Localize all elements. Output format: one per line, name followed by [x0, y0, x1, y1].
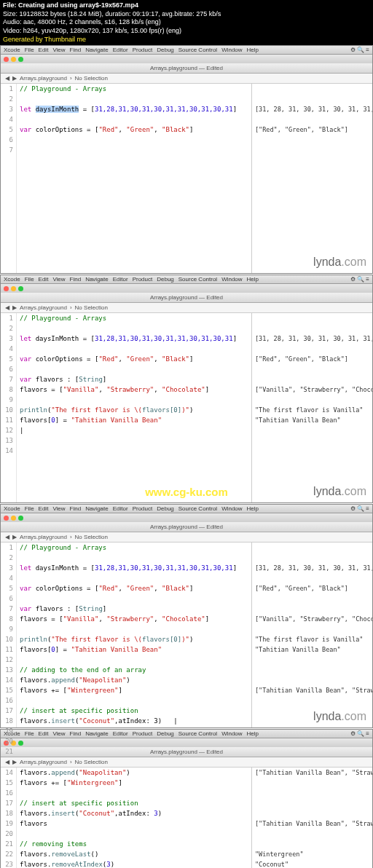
code-editor[interactable]: flavors.append("Neapolitan") flavors += …	[17, 768, 251, 868]
line-gutter: 1234567891011121314	[1, 313, 17, 502]
results-sidebar: [31, 28, 31, 30, 31, 30, 31, 31, 30… ["R…	[251, 84, 372, 273]
minimize-icon[interactable]	[11, 57, 16, 62]
nav-back-icon[interactable]: ◀	[5, 75, 9, 82]
file-line: File: Creating and using array$-19x567.m…	[3, 1, 370, 10]
breadcrumb[interactable]: ◀ ▶ Arrays.playground › No Selection	[1, 74, 372, 84]
xcode-menu-bar: Xcode File Edit View Find Navigate Edito…	[1, 46, 372, 55]
menu-edit[interactable]: Edit	[39, 47, 49, 53]
results-sidebar: [31, 28, 31, 30, 31, 30, 31, 31, 30… ["R…	[251, 313, 372, 502]
window-chrome	[1, 55, 372, 63]
menu-product[interactable]: Product	[133, 47, 153, 53]
line-gutter: 1234567	[1, 84, 17, 273]
audio-line: Audio: aac, 48000 Hz, 2 channels, s16, 1…	[3, 18, 370, 27]
line-gutter: 123456789101112131415161718192021	[1, 542, 17, 727]
zoom-icon[interactable]	[18, 741, 23, 746]
xcode-menu-bar: XcodeFileEditViewFindNavigateEditorProdu…	[1, 275, 372, 284]
zoom-icon[interactable]	[18, 286, 23, 291]
close-icon[interactable]	[4, 286, 9, 291]
overlay-url: www.cg-ku.com	[145, 486, 228, 498]
menu-help[interactable]: Help	[247, 47, 259, 53]
nav-fwd-icon[interactable]: ▶	[12, 75, 17, 82]
menu-window[interactable]: Window	[221, 47, 242, 53]
breadcrumb[interactable]: ◀▶Arrays.playground›No Selection	[1, 303, 372, 313]
menu-view[interactable]: View	[52, 47, 65, 53]
generated-line: Generated by Thumbnail me	[3, 36, 370, 44]
zoom-icon[interactable]	[18, 516, 23, 521]
menu-xcode[interactable]: Xcode	[4, 47, 20, 53]
video-line: Video: h264, yuv420p, 1280x720, 137 kb/s…	[3, 27, 370, 36]
size-line: Size: 19128832 bytes (18.24 MiB), durati…	[3, 10, 370, 19]
menu-source-control[interactable]: Source Control	[178, 47, 217, 53]
menu-find[interactable]: Find	[70, 47, 82, 53]
window-title: Arrays.playground — Edited	[1, 63, 372, 74]
menu-right-icons: ⚙ 🔍 ≡	[350, 47, 369, 53]
breadcrumb-file[interactable]: Arrays.playground	[20, 75, 67, 82]
code-editor[interactable]: // Playground - Arrays let daysInMonth =…	[17, 84, 251, 273]
thumbnail-pane-3: XcodeFileEditViewFindNavigateEditorProdu…	[0, 504, 373, 728]
code-editor[interactable]: // Playground - Arrays let daysInMonth =…	[17, 542, 251, 727]
results-sidebar: [31, 28, 31, 30, 31, 30, 31, 31, 30… ["R…	[251, 542, 372, 727]
menu-file[interactable]: File	[25, 47, 34, 53]
file-info-header: File: Creating and using array$-19x567.m…	[0, 0, 373, 45]
lynda-watermark: lynda.com	[313, 710, 366, 723]
breadcrumb-selection: No Selection	[75, 75, 108, 82]
lynda-watermark: lynda.com	[313, 485, 366, 498]
menu-navigate[interactable]: Navigate	[85, 47, 109, 53]
close-icon[interactable]	[4, 57, 9, 62]
close-icon[interactable]	[4, 516, 9, 521]
line-gutter: 1415161718192021222324252627282930313233…	[1, 768, 17, 868]
thumbnail-pane-2: XcodeFileEditViewFindNavigateEditorProdu…	[0, 275, 373, 503]
lynda-watermark: lynda.com	[313, 256, 366, 269]
thumbnail-pane-1: Xcode File Edit View Find Navigate Edito…	[0, 45, 373, 274]
minimize-icon[interactable]	[11, 286, 16, 291]
code-editor[interactable]: // Playground - Arrays let daysInMonth =…	[17, 313, 251, 502]
menu-debug[interactable]: Debug	[157, 47, 174, 53]
thumbnail-pane-4: XcodeFileEditViewFindNavigateEditorProdu…	[0, 729, 373, 868]
results-sidebar: ["Tahitian Vanilla Bean", "Strawberr… ["…	[251, 768, 372, 868]
menu-editor[interactable]: Editor	[113, 47, 128, 53]
minimize-icon[interactable]	[11, 516, 16, 521]
zoom-icon[interactable]	[18, 57, 23, 62]
